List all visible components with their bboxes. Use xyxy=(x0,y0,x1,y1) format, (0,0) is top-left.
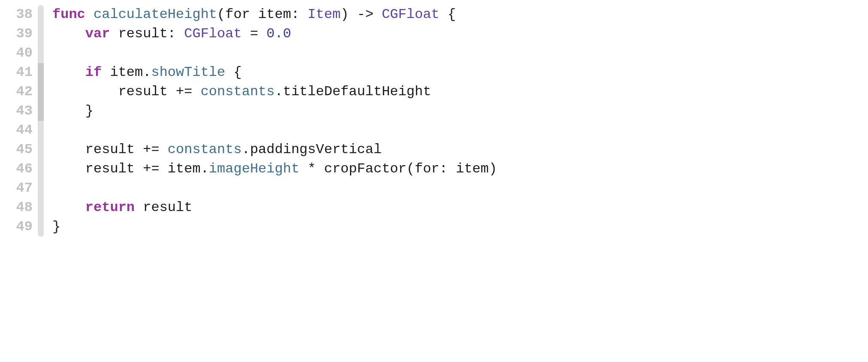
token-plain: for xyxy=(225,6,250,22)
change-marker-column xyxy=(38,160,44,179)
token-plain: } xyxy=(52,219,60,235)
token-kw: func xyxy=(52,6,85,22)
code-line[interactable]: 46 result += item.imageHeight * cropFact… xyxy=(0,160,868,179)
token-id: showTitle xyxy=(151,64,225,80)
token-plain: item. xyxy=(102,64,151,80)
token-id: imageHeight xyxy=(209,161,299,177)
token-plain: result: xyxy=(110,26,184,42)
line-number: 40 xyxy=(0,44,38,63)
token-fn: calculateHeight xyxy=(93,6,217,22)
token-type: Item xyxy=(307,6,341,22)
code-content[interactable]: func calculateHeight(for item: Item) -> … xyxy=(44,5,456,24)
change-marker xyxy=(38,198,44,217)
change-marker-column xyxy=(38,24,44,44)
change-marker-column xyxy=(38,82,44,102)
change-marker xyxy=(38,102,44,121)
code-line[interactable]: 44 xyxy=(0,121,868,140)
code-line[interactable]: 45 result += constants.paddingsVertical xyxy=(0,140,868,160)
token-type: CGFloat xyxy=(184,26,241,42)
token-plain: result xyxy=(135,199,192,215)
change-marker-column xyxy=(38,217,44,237)
change-marker-column xyxy=(38,44,44,63)
token-plain: { xyxy=(225,64,241,80)
line-number: 42 xyxy=(0,82,38,102)
token-id: constants xyxy=(201,84,275,100)
change-marker xyxy=(38,5,44,24)
token-kw: return xyxy=(85,199,135,215)
token-plain: result += xyxy=(52,84,201,100)
token-plain: ( xyxy=(217,6,225,22)
token-id: constants xyxy=(168,142,242,157)
line-number: 48 xyxy=(0,198,38,217)
change-marker-column xyxy=(38,63,44,82)
token-plain: } xyxy=(52,103,93,119)
code-line[interactable]: 41 if item.showTitle { xyxy=(0,63,868,82)
code-line[interactable]: 42 result += constants.titleDefaultHeigh… xyxy=(0,82,868,102)
code-content[interactable]: return result xyxy=(44,198,192,217)
line-number: 45 xyxy=(0,140,38,160)
change-marker xyxy=(38,121,44,140)
change-marker-column xyxy=(38,102,44,121)
token-plain: { xyxy=(440,6,456,22)
change-marker xyxy=(38,24,44,44)
change-marker-column xyxy=(38,5,44,24)
code-content[interactable]: result += constants.titleDefaultHeight xyxy=(44,82,431,102)
code-line[interactable]: 49} xyxy=(0,217,868,237)
change-marker xyxy=(38,63,44,82)
token-plain: = xyxy=(242,26,267,42)
token-plain xyxy=(52,64,85,80)
code-content[interactable]: var result: CGFloat = 0.0 xyxy=(44,24,291,44)
change-marker-column xyxy=(38,121,44,140)
change-marker xyxy=(38,217,44,237)
code-line[interactable]: 39 var result: CGFloat = 0.0 xyxy=(0,24,868,44)
code-line[interactable]: 47 xyxy=(0,179,868,198)
change-marker xyxy=(38,179,44,198)
token-kw: var xyxy=(85,26,110,42)
change-marker-column xyxy=(38,198,44,217)
line-number: 38 xyxy=(0,5,38,24)
token-plain: result += xyxy=(52,142,168,157)
code-content[interactable]: if item.showTitle { xyxy=(44,63,242,82)
token-type: CGFloat xyxy=(382,6,439,22)
token-plain: * cropFactor(for: item) xyxy=(299,161,497,177)
line-number: 47 xyxy=(0,179,38,198)
line-number: 44 xyxy=(0,121,38,140)
code-content[interactable]: } xyxy=(44,217,60,237)
token-plain: result += item. xyxy=(52,161,209,177)
code-line[interactable]: 40 xyxy=(0,44,868,63)
change-marker xyxy=(38,44,44,63)
change-marker xyxy=(38,140,44,160)
line-number: 41 xyxy=(0,63,38,82)
token-plain: .paddingsVertical xyxy=(242,142,382,157)
code-line[interactable]: 48 return result xyxy=(0,198,868,217)
token-plain xyxy=(85,6,93,22)
change-marker xyxy=(38,82,44,102)
line-number: 46 xyxy=(0,160,38,179)
change-marker-column xyxy=(38,140,44,160)
token-plain: ) -> xyxy=(341,6,382,22)
code-editor[interactable]: 38func calculateHeight(for item: Item) -… xyxy=(0,5,868,237)
code-line[interactable]: 38func calculateHeight(for item: Item) -… xyxy=(0,5,868,24)
token-plain xyxy=(52,199,85,215)
token-plain xyxy=(52,26,85,42)
change-marker-column xyxy=(38,179,44,198)
token-num: 0.0 xyxy=(266,26,291,42)
line-number: 43 xyxy=(0,102,38,121)
token-plain: item: xyxy=(250,6,307,22)
token-plain: .titleDefaultHeight xyxy=(274,84,431,100)
line-number: 49 xyxy=(0,217,38,237)
change-marker xyxy=(38,160,44,179)
code-content[interactable]: result += item.imageHeight * cropFactor(… xyxy=(44,160,497,179)
code-content[interactable]: result += constants.paddingsVertical xyxy=(44,140,382,160)
token-kw: if xyxy=(85,64,102,80)
line-number: 39 xyxy=(0,24,38,44)
code-content[interactable]: } xyxy=(44,102,93,121)
code-line[interactable]: 43 } xyxy=(0,102,868,121)
